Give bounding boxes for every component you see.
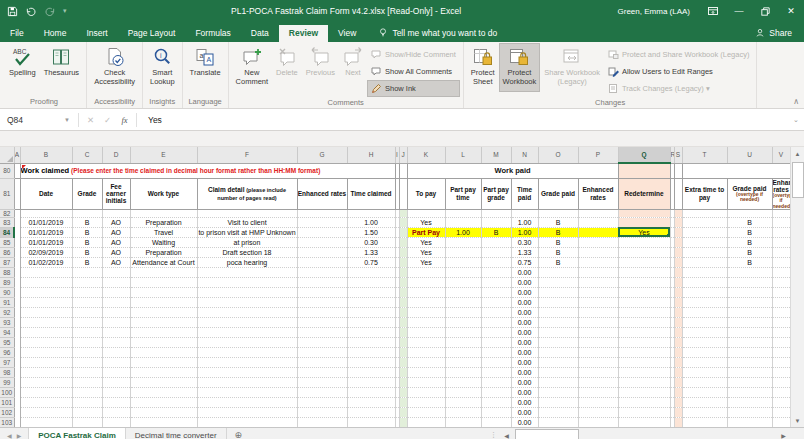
cell-G97[interactable] — [297, 357, 347, 367]
cell-N96[interactable]: 0.00 — [511, 347, 538, 357]
cell-H98[interactable] — [347, 367, 395, 377]
cell-Q89[interactable] — [618, 277, 670, 287]
cell-P89[interactable] — [578, 277, 618, 287]
cell-J84[interactable] — [399, 227, 407, 237]
row-header-91[interactable]: 91 — [0, 297, 14, 307]
column-header-E[interactable]: E — [130, 147, 197, 163]
save-icon[interactable] — [7, 6, 18, 17]
cell-F101[interactable] — [197, 397, 297, 407]
cell-L87[interactable] — [445, 257, 481, 267]
cell-L100[interactable] — [445, 387, 481, 397]
cell-V96[interactable] — [772, 347, 790, 357]
cell-B96[interactable] — [20, 347, 72, 357]
cell-P90[interactable] — [578, 287, 618, 297]
cell-U88[interactable] — [727, 267, 772, 277]
header-claim-detail[interactable]: Claim detail (please include number of p… — [197, 178, 297, 209]
cell-P95[interactable] — [578, 337, 618, 347]
cell-G84[interactable] — [297, 227, 347, 237]
translate-button[interactable]: aATranslate — [186, 43, 225, 92]
column-header-S[interactable]: S — [674, 147, 682, 163]
column-header-V[interactable]: V — [772, 147, 790, 163]
cell-Q93[interactable] — [618, 317, 670, 327]
cell-B92[interactable] — [20, 307, 72, 317]
cell-N98[interactable]: 0.00 — [511, 367, 538, 377]
cell-L95[interactable] — [445, 337, 481, 347]
scroll-left-icon[interactable]: ◀ — [500, 429, 513, 439]
cell-M102[interactable] — [481, 407, 511, 417]
cell-C94[interactable] — [72, 327, 102, 337]
cell-Q97[interactable] — [618, 357, 670, 367]
cell-L85[interactable] — [445, 237, 481, 247]
row-header-84[interactable]: 84 — [0, 227, 14, 237]
ribbon-tab-insert[interactable]: Insert — [76, 25, 117, 42]
cell-H89[interactable] — [347, 277, 395, 287]
work-paid-banner[interactable]: Work paid — [407, 163, 618, 178]
cell-M91[interactable] — [481, 297, 511, 307]
cell-T99[interactable] — [682, 377, 727, 387]
cell-L82[interactable] — [445, 209, 481, 217]
cell-L99[interactable] — [445, 377, 481, 387]
cell-N99[interactable]: 0.00 — [511, 377, 538, 387]
cell-V98[interactable] — [772, 367, 790, 377]
cell-M90[interactable] — [481, 287, 511, 297]
row-header-96[interactable]: 96 — [0, 347, 14, 357]
cell-D85[interactable]: AO — [102, 237, 130, 247]
row-header-81[interactable]: 81 — [0, 178, 14, 209]
cell-K89[interactable] — [407, 277, 445, 287]
show-ink-button[interactable]: Show Ink — [367, 80, 460, 97]
cell-M98[interactable] — [481, 367, 511, 377]
cell-U94[interactable] — [727, 327, 772, 337]
cell-K82[interactable] — [407, 209, 445, 217]
cell-U103[interactable] — [727, 417, 772, 427]
cell-C90[interactable] — [72, 287, 102, 297]
row-header-85[interactable]: 85 — [0, 237, 14, 247]
column-header-N[interactable]: N — [511, 147, 538, 163]
cell-F103[interactable] — [197, 417, 297, 427]
cell-H83[interactable]: 1.00 — [347, 217, 395, 227]
cell-H93[interactable] — [347, 317, 395, 327]
cell-Q100[interactable] — [618, 387, 670, 397]
cell-N85[interactable]: 0.30 — [511, 237, 538, 247]
header-part-pay-time[interactable]: Part pay time — [445, 178, 481, 209]
cell-H99[interactable] — [347, 377, 395, 387]
cell-U85[interactable]: B — [727, 237, 772, 247]
cell-S92[interactable] — [674, 307, 682, 317]
cell-B86[interactable]: 02/09/2019 — [20, 247, 72, 257]
row-header-100[interactable]: 100 — [0, 387, 14, 397]
cell-U84[interactable]: B — [727, 227, 772, 237]
cell-G103[interactable] — [297, 417, 347, 427]
cell-N86[interactable]: 1.33 — [511, 247, 538, 257]
cell-F97[interactable] — [197, 357, 297, 367]
cell-H97[interactable] — [347, 357, 395, 367]
cell-L84[interactable]: 1.00 — [445, 227, 481, 237]
cell-F100[interactable] — [197, 387, 297, 397]
header-time-paid[interactable]: Time paid — [511, 178, 538, 209]
cell-D103[interactable] — [102, 417, 130, 427]
protect-workbook-button[interactable]: Protect Workbook — [499, 43, 541, 92]
cell-B84[interactable]: 01/01/2019 — [20, 227, 72, 237]
cell-G93[interactable] — [297, 317, 347, 327]
row-header-86[interactable]: 86 — [0, 247, 14, 257]
row-header-94[interactable]: 94 — [0, 327, 14, 337]
cell-U102[interactable] — [727, 407, 772, 417]
cell-J82[interactable] — [399, 209, 407, 217]
cell-O85[interactable]: B — [538, 237, 578, 247]
cell-P85[interactable] — [578, 237, 618, 247]
cell-P96[interactable] — [578, 347, 618, 357]
cell-V101[interactable] — [772, 397, 790, 407]
cell-N101[interactable]: 0.00 — [511, 397, 538, 407]
cell-B93[interactable] — [20, 317, 72, 327]
cell-Q85[interactable] — [618, 237, 670, 247]
cell-S85[interactable] — [674, 237, 682, 247]
cell-G99[interactable] — [297, 377, 347, 387]
cell-O93[interactable] — [538, 317, 578, 327]
cell-K85[interactable]: Yes — [407, 237, 445, 247]
sheet-tab-decimal-time-converter[interactable]: Decimal time converter — [126, 428, 227, 439]
cell-J86[interactable] — [399, 247, 407, 257]
cell-B85[interactable]: 01/01/2019 — [20, 237, 72, 247]
cell-V87[interactable] — [772, 257, 790, 267]
cell-B95[interactable] — [20, 337, 72, 347]
cell-S80[interactable] — [674, 163, 682, 178]
cell-D92[interactable] — [102, 307, 130, 317]
cell-J97[interactable] — [399, 357, 407, 367]
